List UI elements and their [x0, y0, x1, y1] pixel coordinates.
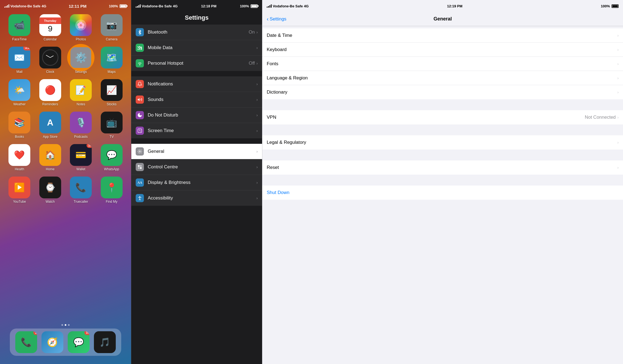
app-camera[interactable]: 📷 Camera [98, 14, 126, 41]
time-p2: 12:18 PM [201, 4, 216, 8]
wallet-icon: 💳 14 [70, 144, 92, 166]
app-stocks[interactable]: 📈 Stocks [98, 79, 126, 106]
app-maps[interactable]: 🗺️ Maps [98, 47, 126, 74]
app-watch[interactable]: ⌚ Watch [36, 177, 64, 204]
app-reminders[interactable]: 🔴 Reminders [36, 79, 64, 106]
mail-icon: ✉️ 18,487 [8, 47, 30, 68]
truecaller-glyph: 📞 [75, 182, 86, 193]
page-dot-3[interactable] [68, 324, 70, 326]
whatsapp-icon: 💬 [101, 144, 123, 166]
general-panel: Vodafone-Be Safe 4G 12:19 PM 100% ‹ Sett… [262, 0, 623, 364]
general-section-gap-1 [262, 105, 623, 110]
settings-header: Settings [131, 12, 262, 25]
settings-row-mobiledata[interactable]: Mobile Data › [131, 40, 262, 56]
dock-phone[interactable]: 📞 1 [15, 331, 37, 353]
settings-row-hotspot[interactable]: Personal Hotspot Off › [131, 56, 262, 71]
app-calendar[interactable]: Thursday 9 Calendar [36, 14, 64, 41]
app-whatsapp[interactable]: 💬 WhatsApp [98, 144, 126, 171]
app-weather[interactable]: 🌤️ Weather [5, 79, 34, 106]
settings-row-accessibility[interactable]: Accessibility › [131, 190, 262, 206]
tv-label: TV [109, 135, 114, 139]
app-settings[interactable]: ⚙️ Settings [67, 47, 95, 74]
keyboard-label: Keyboard [267, 47, 617, 52]
dock-music[interactable]: 🎵 [94, 331, 116, 353]
app-wallet[interactable]: 💳 14 Wallet [67, 144, 95, 171]
wallet-glyph: 💳 [75, 150, 86, 160]
hotspot-icon [136, 59, 144, 67]
app-notes[interactable]: 📝 Notes [67, 79, 95, 106]
svg-point-6 [139, 151, 141, 152]
mail-badge: 18,487 [23, 47, 30, 50]
language-chevron: › [617, 76, 619, 80]
clock-icon [39, 47, 61, 68]
settings-row-notifications[interactable]: Notifications › [131, 76, 262, 92]
mail-label: Mail [16, 70, 22, 74]
camera-label: Camera [106, 37, 117, 41]
mobiledata-label: Mobile Data [148, 45, 255, 50]
signal-icon [4, 4, 9, 8]
settings-row-controlcentre[interactable]: Control Centre › [131, 159, 262, 175]
app-findmy[interactable]: 📍 Find My [98, 177, 126, 204]
app-home[interactable]: 🏠 Home [36, 144, 64, 171]
general-row-reset[interactable]: Reset › [262, 160, 623, 175]
signal-icon-p3 [267, 4, 272, 8]
settings-row-sounds[interactable]: Sounds › [131, 92, 262, 108]
app-tv[interactable]: 📺 TV [98, 112, 126, 139]
settings-list[interactable]: Bluetooth On › Mobile Data › [131, 25, 262, 364]
general-list[interactable]: Date & Time › Keyboard › Fonts › Languag… [262, 26, 623, 364]
youtube-glyph: ▶️ [14, 182, 25, 193]
app-facetime[interactable]: 📹 FaceTime [5, 14, 34, 41]
general-row-datetime[interactable]: Date & Time › [262, 28, 623, 43]
general-row-fonts[interactable]: Fonts › [262, 57, 623, 71]
general-row-keyboard[interactable]: Keyboard › [262, 43, 623, 57]
general-row-language[interactable]: Language & Region › [262, 71, 623, 85]
time-label: 12:11 PM [69, 4, 87, 8]
messages-glyph: 💬 [73, 337, 84, 347]
app-clock[interactable]: Clock [36, 47, 64, 74]
app-truecaller[interactable]: 📞 Truecaller [67, 177, 95, 204]
language-label: Language & Region [267, 75, 617, 81]
maps-icon: 🗺️ [101, 47, 123, 68]
dock-messages[interactable]: 💬 37 [68, 331, 90, 353]
svg-rect-2 [141, 47, 142, 50]
settings-row-screentime[interactable]: Screen Time › [131, 123, 262, 138]
settings-row-display[interactable]: AA Display & Brightness › [131, 175, 262, 190]
app-health[interactable]: ❤️ Health [5, 144, 34, 171]
page-dot-1[interactable] [61, 324, 63, 326]
general-row-vpn[interactable]: VPN Not Connected › [262, 110, 623, 124]
app-appstore[interactable]: A App Store [36, 112, 64, 139]
general-nav-title: General [434, 16, 452, 22]
page-dot-2[interactable] [65, 324, 66, 326]
donotdisturb-label: Do Not Disturb [148, 112, 255, 118]
svg-point-3 [140, 65, 140, 65]
watch-icon: ⌚ [39, 177, 61, 198]
app-books[interactable]: 📚 Books [5, 112, 34, 139]
calendar-date: 9 [48, 25, 52, 33]
settings-row-donotdisturb[interactable]: Do Not Disturb › [131, 108, 262, 123]
svg-rect-1 [140, 48, 140, 50]
controlcentre-icon [136, 163, 144, 171]
notifications-chevron: › [256, 82, 258, 86]
general-row-legal[interactable]: Legal & Regulatory › [262, 135, 623, 150]
wallet-badge: 14 [87, 144, 92, 148]
photos-icon: 🌸 [70, 14, 92, 36]
accessibility-chevron: › [256, 196, 258, 200]
settings-row-bluetooth[interactable]: Bluetooth On › [131, 25, 262, 40]
app-youtube[interactable]: ▶️ YouTube [5, 177, 34, 204]
app-mail[interactable]: ✉️ 18,487 Mail [5, 47, 34, 74]
stocks-icon: 📈 [101, 79, 123, 101]
screentime-label: Screen Time [148, 128, 255, 133]
dock-safari[interactable]: 🧭 [41, 331, 63, 353]
sounds-label: Sounds [148, 97, 255, 102]
sounds-chevron: › [256, 97, 258, 102]
back-button[interactable]: ‹ Settings [267, 16, 286, 22]
podcasts-label: Podcasts [74, 135, 88, 139]
tv-icon: 📺 [101, 112, 123, 133]
app-podcasts[interactable]: 🎙️ Podcasts [67, 112, 95, 139]
battery-fill-p2 [251, 5, 257, 7]
app-photos[interactable]: 🌸 Photos [67, 14, 95, 41]
general-row-dictionary[interactable]: Dictionary › [262, 85, 623, 99]
bluetooth-label: Bluetooth [148, 29, 249, 35]
general-row-shutdown[interactable]: Shut Down [262, 186, 623, 200]
settings-row-general[interactable]: General › [131, 144, 262, 159]
